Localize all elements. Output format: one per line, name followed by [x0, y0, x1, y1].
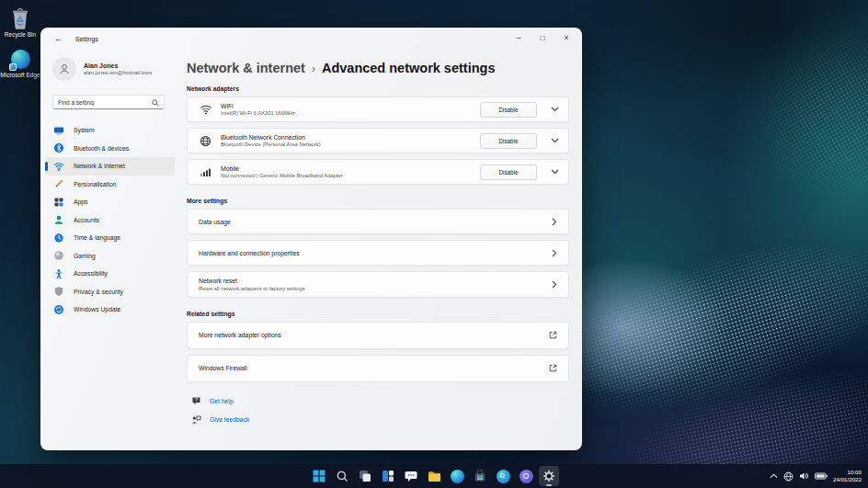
wallpaper-sparkle-band	[539, 210, 868, 444]
widgets-icon	[382, 470, 394, 482]
desktop-icon-microsoft-edge[interactable]: Microsoft Edge	[0, 48, 40, 79]
edge-button[interactable]	[447, 466, 467, 486]
desktop-icon-label: Microsoft Edge	[0, 72, 40, 79]
wifi-icon	[53, 161, 64, 172]
sidebar-item-windows-update[interactable]: Windows Update	[45, 301, 175, 319]
sidebar-item-accounts[interactable]: Accounts	[45, 211, 175, 230]
clock[interactable]: 10:00 24/01/2022	[833, 469, 862, 483]
section-network-adapters: Network adapters	[187, 85, 569, 92]
settings-taskbar-button[interactable]	[539, 466, 559, 486]
globe-icon	[199, 135, 212, 147]
back-arrow-icon[interactable]: ←	[54, 34, 63, 43]
desktop-icon-recycle-bin[interactable]: Recycle Bin	[0, 7, 40, 39]
sidebar-item-time-language[interactable]: Time & language	[45, 229, 175, 247]
sidebar-nav: System Bluetooth & devices Network & int…	[40, 121, 180, 319]
section-related-settings: Related settings	[187, 311, 569, 317]
accessibility-person-icon	[53, 268, 64, 279]
signal-bars-icon	[199, 166, 212, 177]
disable-button[interactable]: Disable	[480, 133, 537, 149]
get-help-link[interactable]: ? Get help	[191, 396, 569, 406]
store-bag-icon	[474, 470, 486, 482]
chevron-right-icon	[552, 218, 557, 226]
sidebar-item-apps[interactable]: Apps	[45, 193, 175, 211]
sidebar-item-accessibility[interactable]: Accessibility	[45, 265, 175, 283]
settings-window: ← Settings – □ × Alan Jones alan.jones.w…	[40, 28, 582, 450]
row-network-reset[interactable]: Network reset Reset all network adapters…	[187, 271, 569, 298]
external-link-icon	[549, 364, 557, 372]
main-pane: Network & internet › Advanced network se…	[180, 50, 582, 450]
titlebar: ← Settings – □ ×	[40, 28, 582, 50]
account-summary[interactable]: Alan Jones alan.jones.wm@hotmail.com	[52, 57, 180, 81]
windows-logo-icon	[313, 470, 326, 482]
system-icon	[53, 125, 64, 136]
gear-icon	[542, 470, 555, 482]
avatar	[52, 57, 76, 81]
widgets-button[interactable]	[378, 466, 398, 486]
chat-button[interactable]	[401, 466, 421, 486]
breadcrumb-parent[interactable]: Network & internet	[187, 61, 305, 75]
sidebar: Alan Jones alan.jones.wm@hotmail.com Sys…	[40, 50, 180, 450]
chevron-right-icon	[552, 280, 557, 289]
clock-globe-icon	[53, 233, 64, 244]
taskbar: 10:00 24/01/2022	[0, 464, 868, 488]
sidebar-item-privacy-security[interactable]: Privacy & security	[45, 283, 175, 301]
adapter-row-bluetooth[interactable]: Bluetooth Network Connection Bluetooth D…	[187, 128, 569, 153]
sidebar-item-personalisation[interactable]: Personalisation	[45, 176, 175, 194]
tray-chevron-up-icon[interactable]	[770, 473, 778, 479]
help-icon: ?	[191, 396, 201, 406]
footer-links: ? Get help Give feedback	[191, 396, 569, 425]
adapter-row-wifi[interactable]: WiFi Intel(R) Wi-Fi 6 AX201 160MHz Disab…	[187, 96, 569, 122]
task-view-button[interactable]	[355, 466, 375, 486]
xbox-sphere-icon	[53, 250, 64, 261]
start-button[interactable]	[309, 466, 329, 486]
file-explorer-button[interactable]	[424, 466, 444, 486]
feedback-icon	[191, 414, 201, 425]
window-title: Settings	[75, 36, 98, 42]
give-feedback-link[interactable]: Give feedback	[191, 414, 569, 425]
disable-button[interactable]: Disable	[480, 102, 537, 118]
taskbar-search-button[interactable]	[332, 466, 352, 486]
bluetooth-icon	[53, 142, 64, 153]
sidebar-item-network-internet[interactable]: Network & internet	[45, 157, 175, 176]
microsoft-store-button[interactable]	[470, 466, 490, 486]
disable-button[interactable]: Disable	[480, 165, 537, 180]
row-more-network-adapter-options[interactable]: More network adapter options	[187, 322, 569, 349]
search-icon	[337, 471, 348, 482]
settings-search[interactable]	[52, 95, 165, 109]
volume-icon[interactable]	[799, 471, 809, 481]
apps-grid-icon	[53, 197, 64, 208]
chevron-down-icon[interactable]	[551, 107, 559, 112]
search-input[interactable]	[58, 99, 152, 106]
search-icon	[152, 94, 159, 110]
chevron-down-icon[interactable]	[551, 138, 559, 143]
row-data-usage[interactable]: Data usage	[187, 209, 569, 234]
pencil-icon	[53, 178, 64, 189]
row-hardware-connection-properties[interactable]: Hardware and connection properties	[187, 240, 569, 266]
edge-icon	[451, 470, 464, 483]
update-arrows-icon	[53, 304, 64, 315]
tray-time: 10:00	[833, 469, 862, 476]
svg-text:?: ?	[195, 396, 198, 402]
maximize-button[interactable]: □	[531, 28, 554, 48]
row-windows-firewall[interactable]: Windows Firewall	[187, 355, 569, 382]
pinned-app-blue-button[interactable]	[493, 466, 513, 486]
folder-icon	[428, 471, 441, 482]
tray-date: 24/01/2022	[833, 476, 862, 483]
chevron-down-icon[interactable]	[551, 169, 559, 175]
system-tray: 10:00 24/01/2022	[770, 464, 862, 488]
wallpaper-sparkle-band	[727, 1, 868, 228]
battery-icon[interactable]	[815, 472, 828, 480]
sidebar-item-gaming[interactable]: Gaming	[45, 247, 175, 266]
network-globe-icon[interactable]	[783, 471, 794, 482]
page-title: Advanced network settings	[322, 61, 496, 75]
adapter-row-mobile[interactable]: Mobile Not connected | Generic Mobile Br…	[187, 159, 569, 185]
minimize-button[interactable]: –	[507, 28, 531, 48]
recycle-bin-icon	[9, 7, 31, 29]
sidebar-item-bluetooth-devices[interactable]: Bluetooth & devices	[45, 140, 175, 158]
close-button[interactable]: ×	[554, 28, 578, 48]
purple-circle-app-icon	[520, 470, 533, 483]
shield-icon	[53, 286, 64, 297]
pinned-app-purple-button[interactable]	[516, 466, 536, 486]
blue-circle-app-icon	[497, 470, 510, 483]
sidebar-item-system[interactable]: System	[45, 121, 175, 140]
